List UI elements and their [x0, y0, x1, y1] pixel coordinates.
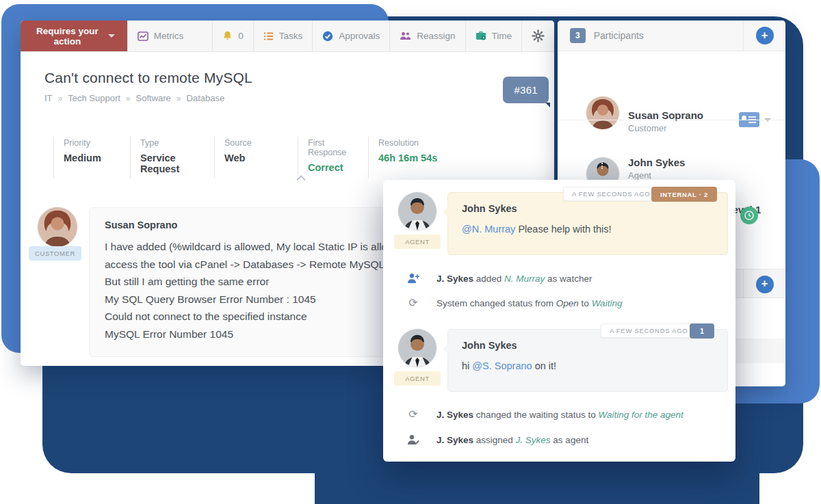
sla-clock-icon [740, 207, 758, 224]
person-add-icon [406, 273, 420, 284]
chevron-down-icon [108, 34, 115, 38]
breadcrumb-separator: » [58, 94, 63, 103]
tab-time[interactable]: Time [465, 21, 522, 51]
time-briefcase-icon [475, 31, 486, 41]
field-source: Source Web [214, 137, 298, 178]
add-participant-button[interactable]: + [756, 27, 774, 44]
avatar-john-sykes [398, 329, 436, 367]
timeline-event: J. Sykes assigned J. Sykes as agent [406, 434, 588, 445]
field-priority: Priority Medium [53, 137, 130, 178]
tab-metrics[interactable]: Metrics [127, 21, 194, 51]
tasks-list-icon [263, 31, 274, 41]
requires-action-label: Requires your action [33, 26, 102, 47]
ticket-id-badge: #361 [503, 77, 549, 103]
notifications-button[interactable]: 0 [212, 21, 253, 51]
metrics-label: Metrics [154, 31, 184, 41]
refresh-icon: ⟳ [406, 297, 420, 308]
breadcrumb-item[interactable]: IT [44, 93, 53, 103]
message-author: John Sykes [462, 340, 714, 351]
message-author: John Sykes [462, 203, 714, 214]
internal-count-badge[interactable]: INTERNAL · 2 [651, 187, 717, 202]
reassign-people-icon [400, 31, 411, 40]
customer-role-badge: CUSTOMER [29, 246, 81, 261]
approvals-check-icon [322, 31, 333, 42]
person-assign-icon [406, 434, 420, 445]
field-type: Type Service Request [130, 137, 214, 178]
divider [558, 120, 785, 120]
time-label: Time [492, 31, 512, 41]
bell-icon [222, 31, 233, 42]
page-title: Can't connect to remote MySQL [44, 70, 252, 86]
breadcrumb-item[interactable]: Software [136, 93, 171, 103]
timestamp-pill: A FEW SECONDS AGO [563, 187, 659, 201]
gear-icon [532, 29, 545, 42]
metrics-chart-icon [138, 31, 148, 41]
breadcrumb-item[interactable]: Tech Support [68, 93, 120, 103]
timeline-event: ⟳ J. Sykes changed the waiting status to… [406, 409, 683, 420]
breadcrumb-separator: » [177, 94, 181, 103]
participants-count-badge: 3 [570, 28, 586, 43]
add-item-button[interactable]: + [756, 276, 774, 293]
reassign-label: Reassign [417, 31, 455, 41]
timeline-event: ⟳ System changed status from Open to Wai… [406, 297, 622, 308]
avatar-susan-soprano [38, 207, 77, 247]
settings-button[interactable] [521, 21, 554, 51]
agent-role-badge: AGENT [394, 371, 441, 386]
bubble-notch [443, 343, 448, 354]
refresh-icon: ⟳ [406, 409, 420, 420]
tasks-label: Tasks [279, 31, 303, 41]
reply-count-badge[interactable]: 1 [690, 323, 714, 339]
avatar-john-sykes [398, 192, 436, 230]
field-resolution: Resolution 46h 16m 54s [368, 137, 471, 178]
participants-title: Participants [594, 30, 644, 41]
escalation-connector [601, 161, 603, 169]
notification-count: 0 [238, 31, 244, 41]
requires-action-button[interactable]: Requires your action [21, 21, 127, 51]
tab-reassign[interactable]: Reassign [389, 21, 465, 51]
ticket-fields: Priority Medium Type Service Request Sou… [53, 137, 471, 178]
message-body: hi @S. Soprano on it! [462, 360, 714, 371]
bubble-notch [89, 223, 90, 235]
agent-role-badge: AGENT [394, 235, 441, 249]
add-item-cell: + [743, 269, 785, 299]
breadcrumb: IT » Tech Support » Software » Database [44, 93, 252, 103]
bubble-notch [443, 207, 448, 217]
approvals-label: Approvals [339, 31, 380, 41]
avatar-susan-soprano [586, 96, 619, 129]
participants-header: 3 Participants + [558, 21, 785, 51]
ticket-toolbar: Requires your action Metrics 0 [21, 21, 554, 52]
toolbar-spacer [193, 21, 212, 51]
add-participant-cell: + [743, 21, 785, 51]
tab-approvals[interactable]: Approvals [312, 21, 389, 51]
page-canvas: Requires your action Metrics 0 [0, 0, 821, 504]
badge-fold-notch [545, 103, 550, 107]
message-body: @N. Murray Please help with this! [462, 224, 714, 235]
breadcrumb-separator: » [126, 94, 131, 103]
breadcrumb-item[interactable]: Database [187, 93, 225, 103]
timeline-event: J. Sykes added N. Murray as watcher [406, 273, 592, 284]
tab-tasks[interactable]: Tasks [253, 21, 313, 51]
reply-message-bubble: John Sykes hi @S. Soprano on it! [447, 329, 728, 392]
timeline-panel: AGENT John Sykes @N. Murray Please help … [383, 180, 735, 462]
field-first-response: First Response Correct [298, 137, 368, 178]
timestamp-pill: A FEW SECONDS AGO [601, 323, 696, 338]
collapse-chevron-up-icon[interactable] [296, 175, 307, 181]
